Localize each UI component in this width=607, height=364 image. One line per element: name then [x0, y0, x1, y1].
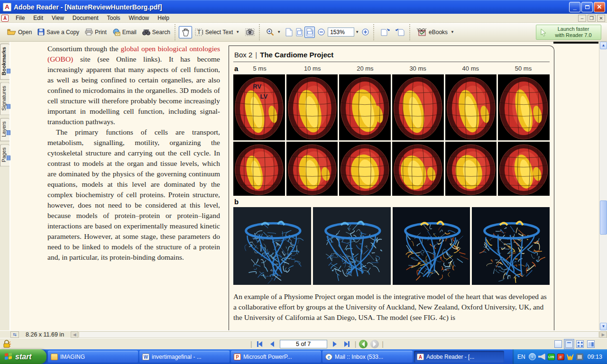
language-indicator[interactable]: EN — [517, 354, 526, 360]
actual-size-icon — [285, 28, 293, 36]
cursor-arrow-icon — [539, 27, 549, 37]
doc-minimize-button[interactable]: – — [578, 15, 586, 22]
scroll-down-icon[interactable]: ▼ — [600, 323, 607, 330]
horizontal-scrollbar-row: ⇆ 8.26 x 11.69 in ◀ ▶ — [0, 330, 607, 338]
scroll-up-icon[interactable]: ▲ — [600, 42, 607, 49]
pdf-page: Consortium through the global open biolo… — [11, 42, 598, 330]
tab-layers[interactable]: Layers — [0, 118, 9, 141]
zoom-level-dropdown-icon[interactable]: ▼ — [355, 30, 359, 34]
panel-a-label: a — [234, 64, 238, 73]
tray-app-icon-red[interactable]: e — [557, 354, 564, 360]
task-button-word[interactable]: Winvertimagefinal - ... — [139, 351, 230, 363]
layers-tab-grip-icon — [7, 130, 10, 135]
horizontal-scrollbar-track[interactable] — [79, 331, 599, 338]
vessel-panel-3 — [393, 207, 470, 285]
word-document-icon: W — [142, 354, 149, 360]
snapshot-tool-button[interactable] — [242, 27, 258, 38]
zoom-in-plus-icon — [362, 28, 369, 36]
tab-signatures[interactable]: Signatures — [0, 82, 9, 115]
select-text-button[interactable]: T Select Text▼ — [192, 27, 242, 38]
scroll-left-icon[interactable]: ◀ — [71, 331, 78, 338]
email-button[interactable]: Email — [110, 27, 139, 38]
zoom-out-button[interactable] — [315, 27, 328, 37]
facing-mode-icon[interactable] — [587, 340, 595, 348]
page-size-indicator: 8.26 x 11.69 in — [19, 331, 71, 338]
next-view-icon — [395, 28, 405, 36]
search-button[interactable]: Search — [139, 27, 173, 37]
doc-close-button[interactable]: ✕ — [597, 15, 605, 22]
actual-size-button[interactable] — [284, 27, 294, 38]
heart-panel-30ms-top — [392, 74, 444, 140]
panel-a-time-labels: a 5 ms 10 ms 20 ms 30 ms 40 ms 50 ms — [233, 62, 550, 74]
restore-button[interactable] — [581, 2, 593, 12]
heart-panel-5ms-bottom — [233, 142, 285, 196]
zoom-level-input[interactable] — [328, 27, 354, 36]
menu-window[interactable]: Window — [125, 14, 154, 22]
ebooks-button[interactable]: eBooks▼ — [414, 26, 457, 38]
previous-view-button[interactable] — [377, 26, 393, 38]
lan-network-icon[interactable]: LAN — [548, 354, 555, 360]
panel-b-row: b — [233, 196, 550, 207]
task-button-imaging[interactable]: IMAGING — [48, 351, 138, 363]
zoom-in-icon — [266, 28, 274, 36]
single-page-mode-icon[interactable] — [554, 340, 562, 348]
doc-restore-button[interactable]: ❐ — [588, 15, 596, 22]
previous-view-history-button[interactable] — [359, 340, 368, 348]
ebooks-dropdown-icon[interactable]: ▼ — [451, 30, 454, 34]
menu-help[interactable]: Help — [153, 14, 174, 22]
continuous-facing-mode-icon[interactable] — [576, 340, 584, 348]
print-button[interactable]: Print — [82, 27, 110, 37]
folder-icon — [51, 354, 58, 360]
open-button[interactable]: Open — [4, 27, 35, 37]
task-button-mail[interactable]: eMail :: Inbox (533... — [322, 351, 413, 363]
hide-icons-chevron-icon[interactable]: ‹ — [529, 353, 536, 360]
box2-caption: An example of a Physiome Project organ m… — [233, 291, 550, 323]
pane-splitter-icon[interactable]: ⇆ — [10, 331, 19, 338]
menu-document[interactable]: Document — [68, 14, 103, 22]
continuous-mode-icon[interactable] — [565, 340, 573, 348]
menu-view[interactable]: View — [47, 14, 68, 22]
close-button[interactable]: ✕ — [594, 2, 605, 12]
tab-bookmarks[interactable]: Bookmarks — [0, 44, 9, 80]
zoom-tool-dropdown-icon[interactable]: ▼ — [277, 30, 281, 34]
previous-page-button[interactable] — [267, 340, 277, 348]
windows-logo-icon — [5, 353, 12, 361]
zoom-in-tool-button[interactable]: ▼ — [263, 26, 284, 38]
security-lock-icon — [3, 340, 11, 348]
volume-icon[interactable] — [538, 354, 545, 360]
previous-view-icon — [380, 28, 390, 36]
scroll-right-icon[interactable]: ▶ — [599, 331, 607, 338]
ebooks-icon — [416, 28, 427, 36]
fit-page-button[interactable] — [294, 27, 304, 38]
page-number-field[interactable]: 5 of 7 — [280, 340, 327, 348]
last-page-button[interactable] — [342, 340, 352, 348]
menu-tools[interactable]: Tools — [103, 14, 125, 22]
hand-tool-button[interactable] — [179, 26, 192, 38]
display-settings-icon[interactable] — [576, 354, 583, 360]
first-page-button[interactable] — [255, 340, 265, 348]
vertical-scrollbar[interactable]: ▲ ▼ — [599, 42, 607, 330]
start-button[interactable]: start — [0, 349, 46, 364]
minimize-button[interactable]: _ — [569, 2, 580, 12]
save-a-copy-button[interactable]: Save a Copy — [35, 27, 82, 37]
select-text-dropdown-icon[interactable]: ▼ — [236, 30, 239, 34]
launch-faster-button[interactable]: Launch faster with Reader 7.0 — [536, 25, 601, 40]
floppy-disk-icon — [37, 28, 45, 36]
zoom-in-button[interactable] — [359, 27, 372, 37]
task-button-adobe-reader[interactable]: AAdobe Reader - [... — [414, 351, 504, 363]
document-view: Bookmarks Signatures Layers Pages Consor… — [0, 42, 607, 330]
task-button-powerpoint[interactable]: PMicrosoft PowerP... — [231, 351, 321, 363]
adobe-reader-app-icon: A — [3, 3, 11, 11]
next-view-history-button[interactable] — [370, 340, 379, 348]
toolbar: Open Save a Copy Print Email Search — [0, 23, 607, 42]
vertical-scrollbar-thumb[interactable] — [600, 200, 607, 235]
menu-file[interactable]: File — [11, 14, 29, 22]
title-bar[interactable]: A Adobe Reader - [NatureReviewHunterBorg… — [0, 0, 607, 14]
next-page-button[interactable] — [330, 340, 340, 348]
tray-app-icon-yellow[interactable] — [567, 354, 574, 360]
tab-pages[interactable]: Pages — [0, 144, 9, 166]
fit-width-button[interactable] — [304, 27, 315, 38]
menu-edit[interactable]: Edit — [29, 14, 47, 22]
box2-cardiome-project: Box 2|The Cardiome Project a 5 ms 10 ms … — [229, 46, 554, 330]
next-view-button[interactable] — [393, 26, 408, 38]
